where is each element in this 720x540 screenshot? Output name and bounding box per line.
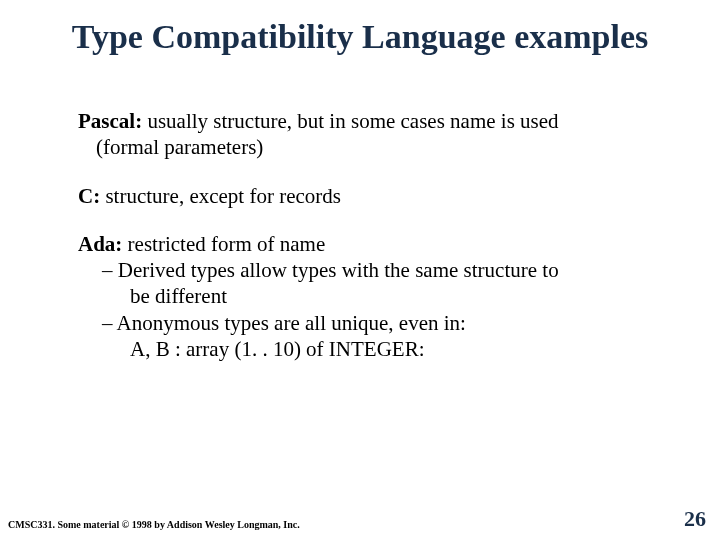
ada-line1: Ada: restricted form of name [78,231,668,257]
pascal-label: Pascal: [78,109,142,133]
entry-pascal: Pascal: usually structure, but in some c… [78,108,668,161]
c-text: structure, except for records [100,184,341,208]
c-label: C: [78,184,100,208]
ada-bullet2: – Anonymous types are all unique, even i… [78,310,668,336]
ada-label: Ada: [78,232,122,256]
ada-example: A, B : array (1. . 10) of INTEGER: [78,336,668,362]
footer-text: CMSC331. Some material © 1998 by Addison… [8,519,300,530]
ada-bullet1b: be different [78,283,668,309]
slide-body: Pascal: usually structure, but in some c… [78,108,668,384]
entry-ada: Ada: restricted form of name – Derived t… [78,231,668,362]
pascal-line2: (formal parameters) [78,134,668,160]
ada-bullet1a: – Derived types allow types with the sam… [78,257,668,283]
page-number: 26 [684,506,706,532]
ada-text: restricted form of name [122,232,325,256]
entry-c: C: structure, except for records [78,183,668,209]
pascal-text: usually structure, but in some cases nam… [142,109,558,133]
pascal-line1: Pascal: usually structure, but in some c… [78,108,668,134]
slide-title: Type Compatibility Language examples [0,18,720,56]
slide: Type Compatibility Language examples Pas… [0,0,720,540]
